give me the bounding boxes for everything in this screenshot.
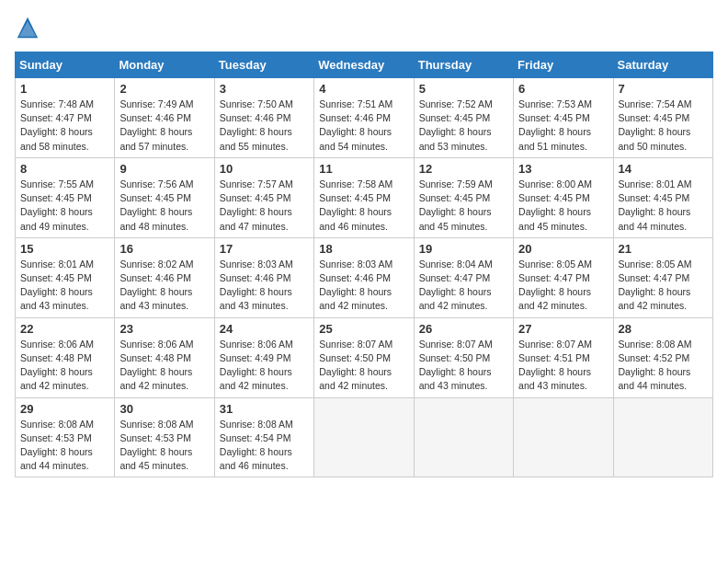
day-number: 3 (220, 82, 309, 96)
calendar-cell: 21Sunrise: 8:05 AMSunset: 4:47 PMDayligh… (613, 237, 712, 317)
day-number: 8 (20, 162, 109, 176)
calendar-cell: 28Sunrise: 8:08 AMSunset: 4:52 PMDayligh… (613, 317, 712, 397)
cell-info: Sunrise: 8:05 AMSunset: 4:47 PMDaylight:… (619, 258, 708, 314)
calendar-cell (613, 397, 712, 477)
col-header-wednesday: Wednesday (314, 52, 414, 78)
cell-info: Sunrise: 8:06 AMSunset: 4:48 PMDaylight:… (119, 338, 209, 394)
day-number: 16 (119, 242, 209, 256)
day-number: 5 (419, 82, 508, 96)
day-number: 14 (619, 162, 708, 176)
day-number: 31 (220, 402, 309, 416)
cell-info: Sunrise: 8:03 AMSunset: 4:46 PMDaylight:… (220, 258, 309, 314)
calendar-cell (514, 397, 613, 477)
day-number: 12 (419, 162, 508, 176)
day-number: 27 (518, 322, 608, 336)
calendar-cell: 20Sunrise: 8:05 AMSunset: 4:47 PMDayligh… (514, 237, 613, 317)
cell-info: Sunrise: 8:06 AMSunset: 4:49 PMDaylight:… (220, 338, 309, 394)
calendar-cell: 22Sunrise: 8:06 AMSunset: 4:48 PMDayligh… (16, 317, 115, 397)
calendar-cell: 13Sunrise: 8:00 AMSunset: 4:45 PMDayligh… (514, 157, 613, 237)
cell-info: Sunrise: 8:00 AMSunset: 4:45 PMDaylight:… (518, 178, 608, 234)
cell-info: Sunrise: 8:08 AMSunset: 4:52 PMDaylight:… (619, 338, 708, 394)
calendar-cell (314, 397, 414, 477)
calendar-cell: 29Sunrise: 8:08 AMSunset: 4:53 PMDayligh… (16, 397, 115, 477)
day-number: 4 (319, 82, 408, 96)
cell-info: Sunrise: 8:07 AMSunset: 4:50 PMDaylight:… (419, 338, 508, 394)
cell-info: Sunrise: 7:54 AMSunset: 4:45 PMDaylight:… (619, 98, 708, 154)
cell-info: Sunrise: 7:56 AMSunset: 4:45 PMDaylight:… (119, 178, 209, 234)
day-number: 22 (20, 322, 109, 336)
day-number: 2 (119, 82, 209, 96)
week-row-4: 22Sunrise: 8:06 AMSunset: 4:48 PMDayligh… (16, 317, 713, 397)
day-number: 10 (220, 162, 309, 176)
cell-info: Sunrise: 7:53 AMSunset: 4:45 PMDaylight:… (518, 98, 608, 154)
calendar-cell: 25Sunrise: 8:07 AMSunset: 4:50 PMDayligh… (314, 317, 414, 397)
cell-info: Sunrise: 8:03 AMSunset: 4:46 PMDaylight:… (319, 258, 408, 314)
cell-info: Sunrise: 8:08 AMSunset: 4:54 PMDaylight:… (220, 418, 309, 474)
cell-info: Sunrise: 7:51 AMSunset: 4:46 PMDaylight:… (319, 98, 408, 154)
day-number: 17 (220, 242, 309, 256)
calendar-cell: 15Sunrise: 8:01 AMSunset: 4:45 PMDayligh… (16, 237, 115, 317)
calendar-cell: 16Sunrise: 8:02 AMSunset: 4:46 PMDayligh… (115, 237, 214, 317)
calendar-cell (414, 397, 513, 477)
calendar-cell: 19Sunrise: 8:04 AMSunset: 4:47 PMDayligh… (414, 237, 513, 317)
day-number: 24 (220, 322, 309, 336)
cell-info: Sunrise: 7:55 AMSunset: 4:45 PMDaylight:… (20, 178, 109, 234)
calendar-cell: 3Sunrise: 7:50 AMSunset: 4:46 PMDaylight… (214, 78, 313, 158)
col-header-sunday: Sunday (16, 52, 115, 78)
calendar-cell: 7Sunrise: 7:54 AMSunset: 4:45 PMDaylight… (613, 78, 712, 158)
day-number: 26 (419, 322, 508, 336)
cell-info: Sunrise: 7:50 AMSunset: 4:46 PMDaylight:… (220, 98, 309, 154)
calendar-cell: 11Sunrise: 7:58 AMSunset: 4:45 PMDayligh… (314, 157, 414, 237)
week-row-3: 15Sunrise: 8:01 AMSunset: 4:45 PMDayligh… (16, 237, 713, 317)
calendar-cell: 14Sunrise: 8:01 AMSunset: 4:45 PMDayligh… (613, 157, 712, 237)
col-header-saturday: Saturday (613, 52, 712, 78)
day-number: 30 (119, 402, 209, 416)
calendar-cell: 8Sunrise: 7:55 AMSunset: 4:45 PMDaylight… (16, 157, 115, 237)
calendar-cell: 17Sunrise: 8:03 AMSunset: 4:46 PMDayligh… (214, 237, 313, 317)
day-number: 11 (319, 162, 408, 176)
col-header-friday: Friday (514, 52, 613, 78)
calendar-cell: 6Sunrise: 7:53 AMSunset: 4:45 PMDaylight… (514, 78, 613, 158)
cell-info: Sunrise: 7:49 AMSunset: 4:46 PMDaylight:… (119, 98, 209, 154)
day-number: 29 (20, 402, 109, 416)
calendar-cell: 4Sunrise: 7:51 AMSunset: 4:46 PMDaylight… (314, 78, 414, 158)
week-row-5: 29Sunrise: 8:08 AMSunset: 4:53 PMDayligh… (16, 397, 713, 477)
calendar-cell: 18Sunrise: 8:03 AMSunset: 4:46 PMDayligh… (314, 237, 414, 317)
cell-info: Sunrise: 8:01 AMSunset: 4:45 PMDaylight:… (20, 258, 109, 314)
calendar-cell: 12Sunrise: 7:59 AMSunset: 4:45 PMDayligh… (414, 157, 513, 237)
svg-marker-1 (19, 21, 36, 37)
cell-info: Sunrise: 8:02 AMSunset: 4:46 PMDaylight:… (119, 258, 209, 314)
calendar-cell: 9Sunrise: 7:56 AMSunset: 4:45 PMDaylight… (115, 157, 214, 237)
day-number: 7 (619, 82, 708, 96)
cell-info: Sunrise: 8:04 AMSunset: 4:47 PMDaylight:… (419, 258, 508, 314)
cell-info: Sunrise: 7:58 AMSunset: 4:45 PMDaylight:… (319, 178, 408, 234)
cell-info: Sunrise: 8:07 AMSunset: 4:50 PMDaylight:… (319, 338, 408, 394)
calendar-cell: 31Sunrise: 8:08 AMSunset: 4:54 PMDayligh… (214, 397, 313, 477)
cell-info: Sunrise: 8:08 AMSunset: 4:53 PMDaylight:… (119, 418, 209, 474)
col-header-monday: Monday (115, 52, 214, 78)
day-number: 28 (619, 322, 708, 336)
calendar-table: SundayMondayTuesdayWednesdayThursdayFrid… (15, 52, 713, 477)
week-row-1: 1Sunrise: 7:48 AMSunset: 4:47 PMDaylight… (16, 78, 713, 158)
day-number: 20 (518, 242, 608, 256)
page-header (15, 15, 713, 40)
day-number: 23 (119, 322, 209, 336)
cell-info: Sunrise: 7:48 AMSunset: 4:47 PMDaylight:… (20, 98, 109, 154)
logo-icon (15, 15, 40, 40)
col-header-thursday: Thursday (414, 52, 513, 78)
day-number: 9 (119, 162, 209, 176)
cell-info: Sunrise: 8:07 AMSunset: 4:51 PMDaylight:… (518, 338, 608, 394)
cell-info: Sunrise: 8:05 AMSunset: 4:47 PMDaylight:… (518, 258, 608, 314)
calendar-cell: 26Sunrise: 8:07 AMSunset: 4:50 PMDayligh… (414, 317, 513, 397)
header-row: SundayMondayTuesdayWednesdayThursdayFrid… (16, 52, 713, 78)
col-header-tuesday: Tuesday (214, 52, 313, 78)
week-row-2: 8Sunrise: 7:55 AMSunset: 4:45 PMDaylight… (16, 157, 713, 237)
day-number: 6 (518, 82, 608, 96)
calendar-cell: 27Sunrise: 8:07 AMSunset: 4:51 PMDayligh… (514, 317, 613, 397)
day-number: 19 (419, 242, 508, 256)
cell-info: Sunrise: 8:08 AMSunset: 4:53 PMDaylight:… (20, 418, 109, 474)
cell-info: Sunrise: 7:52 AMSunset: 4:45 PMDaylight:… (419, 98, 508, 154)
cell-info: Sunrise: 8:06 AMSunset: 4:48 PMDaylight:… (20, 338, 109, 394)
day-number: 1 (20, 82, 109, 96)
day-number: 25 (319, 322, 408, 336)
